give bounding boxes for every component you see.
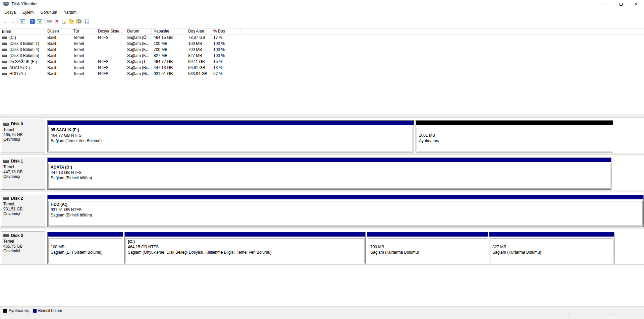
unallocated-swatch bbox=[3, 309, 7, 313]
toolbar: ← → ? ✕ bbox=[0, 17, 644, 25]
disk-status: Çevrimiçi bbox=[3, 211, 45, 216]
drive-tool-button[interactable] bbox=[46, 17, 53, 25]
volume-type: Temel bbox=[71, 35, 96, 41]
partition-status: Sağlam (Önyükleme, Disk Belleği Dosyası,… bbox=[128, 250, 363, 255]
check-document-icon bbox=[62, 19, 66, 24]
minimize-icon bbox=[604, 4, 607, 4]
console-tree-icon bbox=[20, 19, 25, 23]
volume-capacity: 447,13 GB bbox=[152, 65, 186, 71]
disk-3-header[interactable]: Disk 3 Temel 465,75 GB Çevrimiçi bbox=[1, 231, 45, 264]
volume-name: (Disk 3 Bölüm 4) bbox=[9, 47, 39, 53]
volume-row-hdd-a[interactable]: HDD (A:) Basit Temel NTFS Sağlam (Bi... … bbox=[0, 71, 644, 77]
partition-recovery-827[interactable]: 827 MB Sağlam (Kurtarma Bölümü) bbox=[489, 232, 614, 264]
partition-unallocated[interactable]: 1001 MB Ayrılmamış bbox=[416, 120, 613, 152]
column-header-status[interactable]: Durum bbox=[125, 28, 152, 35]
partition-recovery-700[interactable]: 700 MB Sağlam (Kurtarma Bölümü) bbox=[367, 232, 488, 264]
column-header-layout[interactable]: Düzen bbox=[45, 28, 71, 35]
back-icon: ← bbox=[3, 19, 8, 24]
partition-saglik-f[interactable]: 95 SAĞLIK (F:) 464,77 GB NTFS Sağlam (Te… bbox=[47, 120, 414, 152]
volume-row-adata-d[interactable]: ADATA (D:) Basit Temel NTFS Sağlam (Bi..… bbox=[0, 65, 644, 71]
legend-bar: Ayrılmamış Birincil bölüm bbox=[0, 306, 644, 315]
partition-title bbox=[419, 128, 610, 133]
forward-button[interactable]: → bbox=[9, 17, 16, 25]
volume-icon bbox=[2, 37, 7, 39]
volume-type: Temel bbox=[71, 53, 96, 59]
volume-icon bbox=[2, 73, 7, 75]
disk-label: Disk 0 bbox=[11, 122, 23, 126]
minimize-button[interactable] bbox=[598, 0, 613, 8]
partition-status: Sağlam (Kurtarma Bölümü) bbox=[370, 250, 485, 255]
disk-type: Temel bbox=[3, 202, 45, 207]
disk-icon bbox=[3, 234, 9, 237]
disk-0-header[interactable]: Disk 0 Temel 465,75 GB Çevrimiçi bbox=[1, 120, 45, 152]
column-header-capacity[interactable]: Kapasite bbox=[152, 28, 186, 35]
folder-search-button[interactable] bbox=[75, 17, 83, 25]
volume-free: 78,37 GB bbox=[186, 35, 211, 41]
partition-size: 100 MB bbox=[51, 245, 120, 250]
volume-status: Sağlam (Ö... bbox=[125, 35, 152, 41]
disk-management-icon bbox=[3, 2, 9, 6]
volume-capacity: 931,51 GB bbox=[152, 71, 186, 77]
volume-row-c[interactable]: (C:) Basit Temel NTFS Sağlam (Ö... 464,1… bbox=[0, 35, 644, 41]
volume-status: Sağlam (K... bbox=[125, 53, 152, 59]
menu-help[interactable]: Yardım bbox=[60, 9, 80, 16]
help-icon: ? bbox=[30, 19, 35, 24]
help-button[interactable]: ? bbox=[29, 17, 36, 25]
volume-type: Temel bbox=[71, 59, 96, 65]
partition-title: ADATA (D:) bbox=[51, 165, 609, 170]
disk-2-header[interactable]: Disk 2 Temel 931,51 GB Çevrimiçi bbox=[1, 194, 45, 227]
folder-add-button[interactable] bbox=[68, 17, 75, 25]
partition-status: Ayrılmamış bbox=[419, 138, 610, 144]
volume-icon bbox=[2, 49, 7, 51]
partition-c[interactable]: (C:) 464,15 GB NTFS Sağlam (Önyükleme, D… bbox=[124, 232, 366, 264]
partition-status: Sağlam (Birincil bölüm) bbox=[51, 176, 609, 181]
volume-icon bbox=[2, 43, 7, 45]
partition-adata-d[interactable]: ADATA (D:) 447,13 GB NTFS Sağlam (Birinc… bbox=[47, 157, 611, 190]
partition-hdd-a[interactable]: HDD (A:) 931,51 GB NTFS Sağlam (Birincil… bbox=[47, 195, 644, 227]
volume-status: Sağlam (Bi... bbox=[125, 65, 152, 71]
maximize-icon bbox=[620, 3, 623, 6]
menu-view[interactable]: Görünüm bbox=[37, 9, 60, 16]
volume-capacity: 827 MB bbox=[152, 53, 186, 59]
volume-row-disk3-p4[interactable]: (Disk 3 Bölüm 4) Basit Temel Sağlam (K..… bbox=[0, 47, 644, 53]
partition-color-band bbox=[489, 232, 614, 237]
volume-pctfree: 100 % bbox=[211, 47, 240, 53]
disk-type: Temel bbox=[3, 239, 45, 244]
volume-free: 827 MB bbox=[186, 53, 211, 59]
column-header-volume[interactable]: Birim bbox=[0, 28, 45, 35]
column-header-free[interactable]: Boş Alan bbox=[186, 28, 211, 35]
legend-unallocated: Ayrılmamış bbox=[3, 308, 29, 313]
status-bar bbox=[0, 315, 644, 319]
volume-row-disk3-p1[interactable]: (Disk 3 Bölüm 1) Basit Temel Sağlam (E..… bbox=[0, 41, 644, 47]
volume-filesystem: NTFS bbox=[96, 71, 125, 77]
disk-row-1: Disk 1 Temel 447,13 GB Çevrimiçi ADATA (… bbox=[0, 154, 644, 190]
show-console-tree-button[interactable] bbox=[19, 17, 26, 25]
volume-row-saglik-f[interactable]: 95 SAĞLIK (F:) Basit Temel NTFS Sağlam (… bbox=[0, 59, 644, 65]
close-button[interactable]: ✕ bbox=[629, 0, 644, 8]
column-header-type[interactable]: Tür bbox=[71, 28, 96, 35]
volume-layout: Basit bbox=[45, 71, 71, 77]
menu-file[interactable]: Dosya bbox=[1, 9, 19, 16]
properties-button[interactable] bbox=[83, 17, 90, 25]
check-document-button[interactable] bbox=[60, 17, 68, 25]
volume-layout: Basit bbox=[45, 35, 71, 41]
volume-pctfree: 100 % bbox=[211, 53, 240, 59]
volume-name: HDD (A:) bbox=[9, 71, 26, 77]
partition-efi[interactable]: 100 MB Sağlam (EFI Sistem Bölümü) bbox=[47, 232, 123, 264]
partition-size: 700 MB bbox=[370, 245, 485, 250]
menu-action[interactable]: Eylem bbox=[19, 9, 37, 16]
column-header-pctfree[interactable]: % Boş bbox=[211, 28, 240, 35]
volume-capacity: 464,15 GB bbox=[152, 35, 186, 41]
partition-color-band bbox=[48, 121, 414, 125]
volume-status: Sağlam (E... bbox=[125, 41, 152, 47]
graphical-view-pane: Disk 0 Temel 465,75 GB Çevrimiçi 95 SAĞL… bbox=[0, 116, 644, 306]
column-header-filesystem[interactable]: Dosya Siste... bbox=[96, 28, 125, 35]
delete-volume-button[interactable]: ✕ bbox=[53, 17, 60, 25]
legend-primary-partition: Birincil bölüm bbox=[33, 308, 62, 313]
disk-size: 465,75 GB bbox=[3, 132, 45, 137]
maximize-button[interactable] bbox=[613, 0, 629, 8]
volume-row-disk3-p5[interactable]: (Disk 3 Bölüm 5) Basit Temel Sağlam (K..… bbox=[0, 53, 644, 59]
show-action-pane-button[interactable] bbox=[36, 17, 43, 25]
back-button[interactable]: ← bbox=[2, 17, 9, 25]
disk-1-header[interactable]: Disk 1 Temel 447,13 GB Çevrimiçi bbox=[1, 157, 45, 190]
